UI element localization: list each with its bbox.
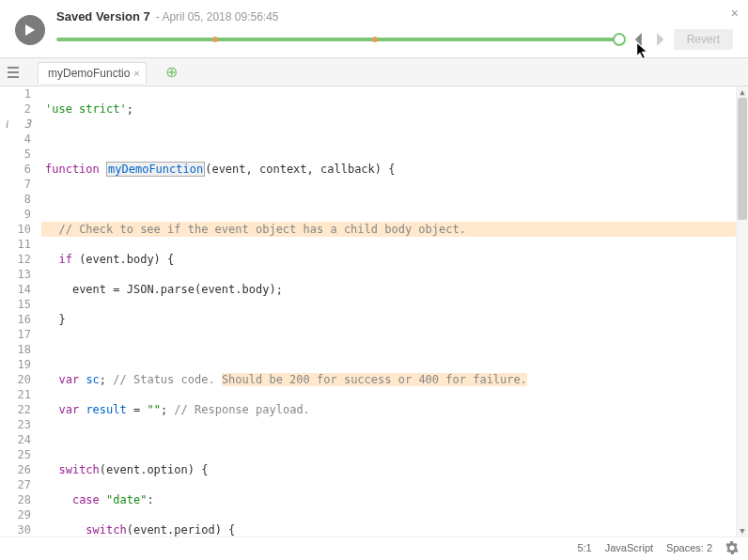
code-editor[interactable]: 1 2 3 4 5 6 7 8 9 10 11 12 13 14 15 16 1… xyxy=(0,86,748,537)
version-header: Saved Version 7 - April 05, 2018 09:56:4… xyxy=(0,0,748,58)
slider-marker[interactable] xyxy=(372,37,378,42)
indent-setting[interactable]: Spaces: 2 xyxy=(666,542,712,553)
slider-marker[interactable] xyxy=(212,37,218,42)
version-slider[interactable] xyxy=(56,38,625,41)
line-gutter: 1 2 3 4 5 6 7 8 9 10 11 12 13 14 15 16 1… xyxy=(0,86,41,537)
slider-thumb[interactable] xyxy=(613,33,626,46)
language-mode[interactable]: JavaScript xyxy=(605,542,653,553)
tab-close-icon[interactable]: × xyxy=(133,68,139,79)
status-bar: 5:1 JavaScript Spaces: 2 xyxy=(0,537,748,557)
tab-bar: myDemoFunctio × ⊕ xyxy=(0,58,748,86)
play-button[interactable] xyxy=(15,15,45,45)
vertical-scrollbar[interactable]: ▲ ▼ xyxy=(737,86,748,537)
code-content[interactable]: 'use strict'; function myDemoFunction(ev… xyxy=(41,86,748,537)
scroll-down-icon[interactable]: ▼ xyxy=(737,525,748,537)
svg-rect-2 xyxy=(8,76,19,78)
file-tab[interactable]: myDemoFunctio × xyxy=(38,62,147,84)
next-version-icon[interactable] xyxy=(653,33,666,46)
revert-button[interactable]: Revert xyxy=(674,29,733,50)
scroll-up-icon[interactable]: ▲ xyxy=(737,86,748,98)
scrollbar-thumb[interactable] xyxy=(738,98,747,220)
svg-rect-0 xyxy=(8,67,19,69)
add-tab-icon[interactable]: ⊕ xyxy=(165,63,178,81)
gear-icon[interactable] xyxy=(725,541,739,554)
tab-label: myDemoFunctio xyxy=(48,67,130,80)
cursor-position[interactable]: 5:1 xyxy=(577,542,591,553)
svg-rect-1 xyxy=(8,71,19,73)
close-icon[interactable]: × xyxy=(731,6,739,21)
version-title: Saved Version 7 xyxy=(56,9,150,23)
prev-version-icon[interactable] xyxy=(632,33,646,46)
tab-list-icon[interactable] xyxy=(8,67,23,78)
version-timestamp: - April 05, 2018 09:56:45 xyxy=(156,10,279,23)
